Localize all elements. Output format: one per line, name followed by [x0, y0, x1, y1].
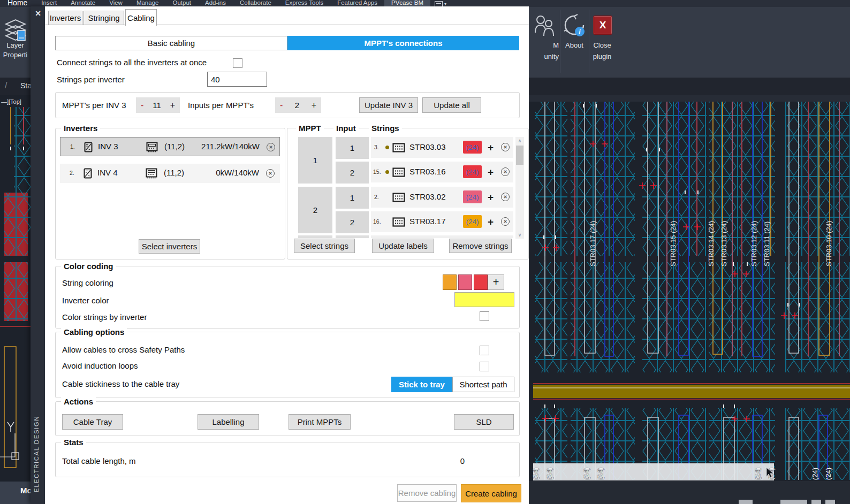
mppts-per-inv-stepper[interactable]: - 11 + [136, 97, 180, 113]
cad-canvas-right[interactable]: STR03.17 (24) STR03.15 (24) STR03.14 (24… [529, 95, 850, 504]
connect-all-label: Connect strings to all the inverters at … [57, 58, 207, 67]
string-row[interactable]: 16. STR03.17 (24) + ✕ [371, 211, 513, 232]
count-label: (24) [545, 468, 553, 480]
count-label: (24) [596, 468, 604, 480]
row-index: 1. [70, 143, 75, 150]
stepper-plus-button[interactable]: + [312, 101, 316, 110]
module-count-badge: (24) [463, 190, 482, 203]
mppt-config-box: MPPT's per INV 3 - 11 + Inputs per MPPT'… [55, 92, 520, 118]
bullet-icon [385, 170, 389, 174]
strings-per-inverter-label: Strings per inverter [57, 75, 125, 84]
cad-canvas-left[interactable]: —][Top] [0, 95, 31, 504]
count-label: (24) [532, 468, 540, 480]
inverter-row[interactable]: 2. INV 4 (11,2) 0kW/140kW ✕ [60, 164, 280, 183]
mppt-group-cell[interactable]: 1 [298, 137, 332, 184]
inverter-color-swatch[interactable] [454, 292, 514, 307]
remove-string-icon[interactable]: ✕ [501, 193, 510, 201]
cable-tray-button[interactable]: Cable Tray [62, 414, 123, 430]
inverter-icon [84, 167, 93, 179]
scrollbar-thumb[interactable] [516, 146, 523, 165]
about-label[interactable]: About [561, 41, 588, 49]
stepper-minus-button[interactable]: - [141, 101, 143, 110]
remove-string-icon[interactable]: ✕ [501, 143, 510, 151]
remove-string-icon[interactable]: ✕ [501, 167, 510, 176]
add-string-icon[interactable]: + [488, 217, 494, 227]
input-cell[interactable]: 2 [336, 211, 369, 233]
layer-properties-label-1[interactable]: Layer [0, 41, 31, 49]
connect-all-checkbox[interactable] [233, 58, 242, 68]
community-label-1[interactable]: M [544, 41, 559, 49]
add-string-icon[interactable]: + [488, 167, 494, 177]
string-row[interactable]: 3. STR03.03 (24) + ✕ [371, 137, 513, 158]
scroll-up-arrow[interactable]: ∧ [515, 137, 524, 144]
palette-title-bar[interactable]: ✕ ELECTRICAL DESIGN [31, 6, 45, 504]
module-count-badge: (24) [463, 165, 482, 178]
mppt-column-header: MPPT [296, 123, 324, 133]
inputs-per-mppt-label: Inputs per MPPT's [188, 101, 254, 110]
add-string-icon[interactable]: + [488, 142, 494, 152]
stepper-minus-button[interactable]: - [280, 101, 283, 110]
cross-safety-checkbox[interactable] [480, 346, 489, 355]
remove-inverter-icon[interactable]: ✕ [267, 143, 275, 151]
input-cell[interactable]: 1 [336, 137, 369, 159]
string-color-swatch-orange[interactable] [443, 274, 457, 290]
shortest-path-toggle[interactable]: Shortest path [452, 377, 514, 392]
stepper-plus-button[interactable]: + [170, 101, 175, 110]
stick-to-tray-toggle[interactable]: Stick to tray [391, 377, 452, 392]
total-cable-length-label: Total cable length, m [62, 456, 136, 465]
select-inverters-button[interactable]: Select inverters [139, 239, 200, 254]
about-icon[interactable]: i [563, 14, 586, 39]
update-all-button[interactable]: Update all [422, 97, 481, 113]
basic-cabling-toggle[interactable]: Basic cabling [55, 36, 287, 50]
mppt-connections-toggle[interactable]: MPPT's connections [287, 36, 519, 50]
mppt-group-cell[interactable]: 2 [298, 187, 332, 233]
string-row[interactable]: 15. STR03.16 (24) + ✕ [371, 162, 513, 182]
stickiness-label: Cable stickiness to the cable tray [62, 379, 179, 388]
cabling-options-legend: Cabling options [61, 327, 127, 337]
mppts-per-inv-label: MPPT's per INV 3 [62, 101, 126, 110]
string-label: STR03.11 (24) [763, 222, 771, 266]
inputs-per-mppt-stepper[interactable]: - 2 + [275, 97, 321, 113]
induction-loops-checkbox[interactable] [480, 362, 489, 371]
string-color-swatch-pink[interactable] [458, 274, 472, 290]
palette-close-icon[interactable]: ✕ [33, 8, 43, 19]
color-coding-fieldset: Color coding String coloring + Inverter … [55, 266, 520, 329]
remove-string-icon[interactable]: ✕ [501, 217, 510, 226]
scroll-down-arrow[interactable]: ∨ [515, 231, 524, 239]
add-string-icon[interactable]: + [488, 192, 494, 202]
update-inv-button[interactable]: Update INV 3 [359, 97, 418, 113]
remove-strings-button[interactable]: Remove strings [449, 239, 512, 253]
string-color-swatch-red[interactable] [474, 274, 488, 290]
string-row[interactable]: 2. STR03.02 (24) + ✕ [371, 187, 513, 208]
tab-stringing[interactable]: Stringing [84, 11, 124, 25]
select-strings-button[interactable]: Select strings [294, 239, 355, 253]
inverter-name: INV 4 [97, 168, 118, 177]
strings-scrollbar[interactable]: ∧ ∨ [515, 137, 524, 239]
color-by-inverter-checkbox[interactable] [480, 311, 489, 321]
sld-button[interactable]: SLD [454, 414, 514, 430]
add-color-button[interactable]: + [488, 274, 504, 290]
tab-cabling[interactable]: Cabling [125, 9, 157, 26]
mppt-config-icon [146, 142, 158, 152]
count-label: (24) [811, 468, 819, 480]
input-cell[interactable]: 1 [336, 187, 369, 209]
remove-inverter-icon[interactable]: ✕ [266, 169, 275, 178]
cross-safety-label: Allow cables to cross Safety Paths [62, 345, 185, 354]
remove-cabling-button[interactable]: Remove cabling [397, 484, 457, 502]
inverter-row[interactable]: 1. INV 3 (11,2) 211.2kW/140kW ✕ [60, 137, 280, 156]
close-plugin-icon[interactable]: X [593, 16, 612, 35]
create-cabling-button[interactable]: Create cabling [461, 484, 521, 502]
close-plugin-label-1[interactable]: Close [589, 41, 616, 49]
string-name: STR03.02 [409, 192, 446, 201]
string-name: STR03.16 [409, 167, 446, 176]
strings-per-inverter-input[interactable]: 40 [207, 72, 267, 87]
row-index: 2. [374, 194, 379, 200]
labelling-button[interactable]: Labelling [198, 414, 259, 430]
menu-tab-home[interactable]: Home [0, 0, 34, 7]
string-coloring-label: String coloring [62, 278, 113, 287]
input-cell[interactable]: 2 [336, 162, 369, 184]
print-mppts-button[interactable]: Print MPPTs [289, 414, 351, 430]
tab-inverters[interactable]: Inverters [48, 11, 82, 25]
string-icon [392, 167, 405, 177]
update-labels-button[interactable]: Update labels [372, 239, 434, 253]
